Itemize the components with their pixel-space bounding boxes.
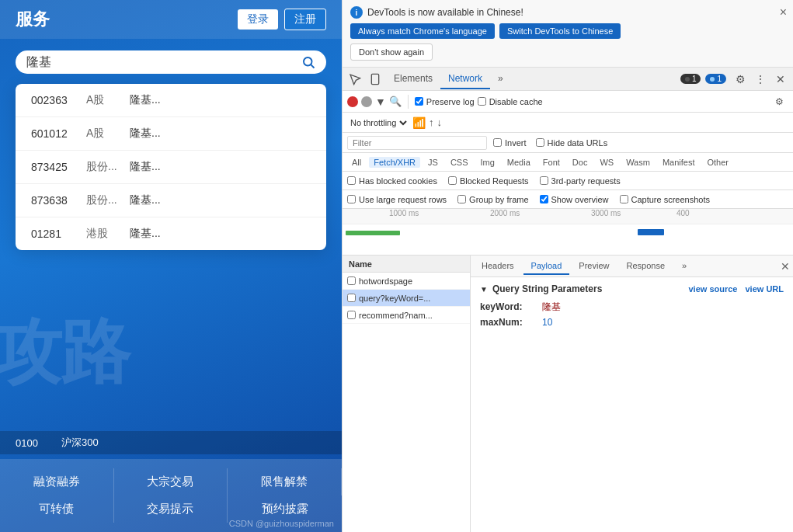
list-item[interactable]: 873425 股份... 隆基... (16, 151, 326, 184)
tab-headers[interactable]: Headers (474, 258, 522, 275)
tab-more[interactable]: » (490, 69, 511, 89)
tab-preview[interactable]: Preview (571, 258, 617, 275)
network-row-query[interactable]: query?keyWord=... (343, 290, 470, 307)
nav-item-dazong[interactable]: 大宗交易 (114, 468, 228, 495)
blocked-requests-label[interactable]: Blocked Requests (448, 176, 529, 186)
third-party-label[interactable]: 3rd-party requests (540, 176, 621, 186)
invert-checkbox[interactable] (493, 138, 502, 147)
list-item[interactable]: 601012 A股 隆基... (16, 117, 326, 151)
hide-data-urls-label[interactable]: Hide data URLs (536, 138, 608, 148)
nav-item-xianshou[interactable]: 限售解禁 (228, 468, 342, 495)
register-button[interactable]: 注册 (284, 9, 326, 30)
disable-cache-text: Disable cache (489, 97, 543, 106)
row-checkbox[interactable] (347, 294, 356, 302)
search-network-icon[interactable]: 🔍 (389, 96, 402, 107)
group-by-frame-checkbox[interactable] (457, 195, 466, 203)
filter-row: Invert Hide data URLs (343, 133, 793, 153)
close-detail-button[interactable]: ✕ (781, 260, 790, 273)
type-btn-fetch[interactable]: Fetch/XHR (369, 157, 420, 168)
dont-show-button[interactable]: Don't show again (350, 43, 433, 61)
row-checkbox[interactable] (347, 311, 356, 319)
throttle-select[interactable]: No throttling (347, 117, 409, 128)
download-icon[interactable]: ↓ (437, 116, 443, 128)
nav-item-keti[interactable]: 可转债 (0, 495, 114, 523)
param-key-maxnum: maxNum: (480, 317, 542, 328)
type-btn-font[interactable]: Font (538, 157, 565, 168)
type-btn-doc[interactable]: Doc (568, 157, 593, 168)
switch-chinese-button[interactable]: Switch DevTools to Chinese (499, 23, 621, 39)
settings-icon[interactable]: ⚙ (731, 70, 750, 89)
type-btn-manifest[interactable]: Manifest (658, 157, 700, 168)
tab-elements[interactable]: Elements (386, 69, 440, 89)
type-btn-other[interactable]: Other (702, 157, 733, 168)
close-notification-button[interactable]: × (780, 6, 787, 19)
tab-more-detail[interactable]: » (674, 258, 694, 275)
list-item[interactable]: 01281 港股 隆基... (16, 217, 326, 250)
network-row-recommend[interactable]: recommend?nam... (343, 307, 470, 324)
preserve-log-label[interactable]: Preserve log (415, 97, 475, 106)
group-by-frame-label[interactable]: Group by frame (457, 195, 528, 204)
tab-payload[interactable]: Payload (523, 258, 570, 275)
has-blocked-label[interactable]: Has blocked cookies (347, 176, 437, 186)
stop-button[interactable] (361, 96, 372, 107)
view-source-link[interactable]: view source (689, 284, 738, 294)
list-item[interactable]: 002363 A股 隆基... (16, 84, 326, 117)
search-input[interactable] (26, 55, 295, 69)
disable-cache-checkbox[interactable] (478, 97, 486, 106)
hide-data-urls-text: Hide data URLs (548, 138, 608, 148)
preserve-log-checkbox[interactable] (415, 97, 423, 106)
notification-title: i DevTools is now available in Chinese! (350, 6, 785, 19)
stock-type: 港股 (86, 227, 117, 241)
tab-network[interactable]: Network (440, 69, 490, 89)
has-blocked-checkbox[interactable] (347, 176, 356, 185)
left-header: 服务 登录 注册 (0, 0, 342, 39)
network-settings-icon[interactable]: ⚙ (770, 92, 788, 111)
type-btn-css[interactable]: CSS (446, 157, 473, 168)
device-icon[interactable] (366, 70, 384, 89)
type-btn-media[interactable]: Media (503, 157, 535, 168)
blocked-requests-checkbox[interactable] (448, 176, 457, 185)
more-icon[interactable]: ⋮ (751, 70, 770, 89)
message-badge[interactable]: 1 (705, 74, 726, 84)
header-actions: 登录 注册 (238, 9, 326, 30)
stock-type: A股 (86, 127, 117, 141)
nav-item-rongzi[interactable]: 融资融券 (0, 468, 114, 495)
always-match-button[interactable]: Always match Chrome's language (350, 23, 495, 39)
type-btn-ws[interactable]: WS (595, 157, 618, 168)
invert-label[interactable]: Invert (493, 138, 527, 148)
hide-data-urls-checkbox[interactable] (536, 138, 544, 147)
timeline-area: 1000 ms 2000 ms 3000 ms 400 (343, 209, 793, 256)
record-button[interactable] (347, 96, 358, 107)
large-rows-checkbox[interactable] (347, 195, 356, 203)
show-overview-label[interactable]: Show overview (540, 195, 609, 204)
search-button[interactable] (301, 55, 315, 69)
filter-icon[interactable]: ▼ (375, 96, 386, 108)
disable-cache-label[interactable]: Disable cache (478, 97, 543, 106)
large-rows-label[interactable]: Use large request rows (347, 195, 447, 204)
type-btn-all[interactable]: All (347, 157, 366, 168)
capture-screenshots-label[interactable]: Capture screenshots (620, 195, 711, 204)
row-checkbox[interactable] (347, 276, 356, 285)
stock-name: 隆基... (130, 93, 161, 107)
inspect-icon[interactable] (346, 70, 364, 89)
login-button[interactable]: 登录 (238, 9, 278, 30)
close-devtools-button[interactable]: ✕ (771, 70, 790, 89)
error-badge[interactable]: 1 (680, 74, 701, 84)
nav-item-jiaoyI[interactable]: 交易提示 (114, 495, 228, 523)
ticker-bar: 0100 沪深300 (0, 431, 342, 454)
type-btn-js[interactable]: JS (423, 157, 443, 168)
show-overview-checkbox[interactable] (540, 195, 548, 203)
capture-screenshots-checkbox[interactable] (620, 195, 628, 203)
network-row-hotwords[interactable]: hotwordspage (343, 273, 470, 290)
view-url-link[interactable]: view URL (745, 284, 784, 294)
filter-input[interactable] (347, 136, 487, 150)
message-count: 1 (717, 75, 722, 83)
tick-1000ms: 1000 ms (389, 209, 419, 217)
upload-icon[interactable]: ↑ (429, 116, 434, 128)
svg-point-0 (304, 57, 312, 66)
type-btn-wasm[interactable]: Wasm (621, 157, 655, 168)
type-btn-img[interactable]: Img (476, 157, 499, 168)
tab-response[interactable]: Response (618, 258, 673, 275)
third-party-checkbox[interactable] (540, 176, 548, 185)
list-item[interactable]: 873638 股份... 隆基... (16, 184, 326, 217)
